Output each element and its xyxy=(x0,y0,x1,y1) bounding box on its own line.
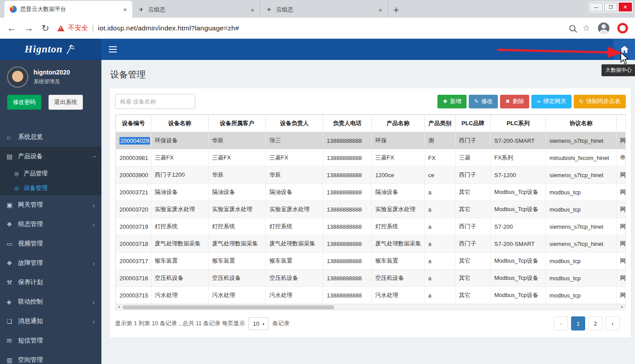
envelope-icon: ✉ xyxy=(7,337,18,344)
sidebar-item-linkage-control[interactable]: ◈联动控制‹ xyxy=(0,292,101,312)
table-cell: siemens_s7tcp_hinet xyxy=(546,218,616,235)
column-header[interactable]: 设备名称 xyxy=(151,115,209,132)
page-size-value: 10 xyxy=(253,320,259,327)
column-header[interactable]: 设备所属客户 xyxy=(209,115,266,132)
table-cell: 网口 xyxy=(616,167,626,184)
profile-icon[interactable] xyxy=(598,22,609,34)
sidebar-item-space-management[interactable]: ▥空间管理 xyxy=(0,350,101,364)
sidebar-item-message-notification[interactable]: ❏消息通知‹ xyxy=(0,312,101,331)
add-button[interactable]: ✚新增 xyxy=(437,95,467,108)
sidebar-item-maintenance-plan[interactable]: ⚒保养计划 xyxy=(0,273,101,292)
column-header[interactable]: 负责人电话 xyxy=(323,115,372,132)
table-cell: 西门子 xyxy=(456,132,491,149)
sidebar-item-fault-management[interactable]: ❖故障管理‹ xyxy=(0,253,101,273)
sidebar-item-product-management[interactable]: ◎产品管理 xyxy=(0,166,101,181)
tab-title: 云组态 xyxy=(148,6,247,14)
security-warning-label[interactable]: 不安全 xyxy=(68,24,88,32)
app-header: Hignton xyxy=(0,39,635,60)
table-cell: a xyxy=(425,218,456,235)
table-row[interactable]: 200003721隔油设备隔油设备隔油设备13888888888隔油设备a其它M… xyxy=(116,184,626,201)
table-cell: 200003718 xyxy=(116,235,151,253)
delete-button[interactable]: ✖删除 xyxy=(500,95,529,108)
forward-icon[interactable]: → xyxy=(24,23,34,33)
restore-button[interactable]: ❐ xyxy=(604,3,617,11)
change-password-button[interactable]: 修改密码 xyxy=(7,95,41,110)
minimize-button[interactable]: — xyxy=(590,3,603,11)
pager-next[interactable]: › xyxy=(605,316,620,331)
tab-close-icon[interactable]: × xyxy=(378,6,382,14)
logout-button[interactable]: 退出系统 xyxy=(49,95,83,110)
tab-close-icon[interactable]: × xyxy=(123,6,127,13)
zoom-icon[interactable] xyxy=(569,25,575,31)
pager-prev[interactable]: ‹ xyxy=(554,316,568,331)
page-size-select[interactable]: 10 ▴ xyxy=(248,317,269,330)
sidebar-item-video-management[interactable]: ▭视频管理 xyxy=(0,234,101,253)
table-cell: 13888888888 xyxy=(323,149,372,167)
column-header[interactable]: 设备负责人 xyxy=(266,115,323,132)
pager-page-1[interactable]: 1 xyxy=(571,316,585,331)
table-row[interactable]: 200003720实验室废水处理实验室废水处理实验室废水处理1388888888… xyxy=(116,201,626,218)
bind-gateway-button[interactable]: ∞绑定网关 xyxy=(531,95,572,108)
table-header-row: 设备编号设备名称设备所属客户设备负责人负责人电话产品名称产品类别PLC品牌PLC… xyxy=(116,115,626,132)
table-cell: 隔油设备 xyxy=(209,184,266,201)
pagination-summary-suffix: 条记录 xyxy=(272,319,289,327)
user-role: 系统管理员 xyxy=(34,78,70,85)
browser-tab-3[interactable]: ✈云组态× xyxy=(260,2,388,18)
table-row[interactable]: 200004029环保设备华辰张三13888888888环保测西门子S7-200… xyxy=(116,132,626,149)
edit-button[interactable]: ✎修改 xyxy=(469,95,498,108)
table-row[interactable]: 200003715污水处理污水处理污水处理13888888888污水处理a其它M… xyxy=(116,287,626,304)
table-row[interactable]: 200003718废气处理数据采集废气处理数据采集废气处理数据采集1388888… xyxy=(116,235,626,253)
table-row[interactable]: 200003719灯控系统灯控系统灯控系统13888888888灯控系统a西门子… xyxy=(116,218,626,235)
table-row[interactable]: 200003717猴车装置猴车装置猴车装置13888888888猴车装置a其它M… xyxy=(116,253,626,270)
column-header[interactable]: 产品类别 xyxy=(425,115,456,132)
column-header[interactable]: 产品名称 xyxy=(372,115,425,132)
column-header[interactable]: PLC品牌 xyxy=(456,115,491,132)
table-cell: 污水处理 xyxy=(151,287,209,304)
back-icon[interactable]: ← xyxy=(7,23,16,33)
scroll-right-icon[interactable]: ► xyxy=(620,305,624,309)
tab-close-icon[interactable]: × xyxy=(250,6,254,14)
home-button[interactable] xyxy=(614,39,635,60)
table-row[interactable]: 200003981三菱FX三菱FX三菱FX13888888888三菱FXFX三菱… xyxy=(116,149,626,167)
table-cell: 废气处理数据采集 xyxy=(209,235,266,253)
url-text[interactable]: iot.idosp.net/admin/index.html?language=… xyxy=(98,24,239,32)
browser-tab-2[interactable]: ✈云组态× xyxy=(132,2,260,18)
sidebar-toggle-icon[interactable] xyxy=(101,39,124,60)
sidebar-item-sms-management[interactable]: ✉短信管理 xyxy=(0,331,101,350)
table-row[interactable]: 200003900西门子1200华辰华辰138888888881200cece西… xyxy=(116,167,626,184)
scrollbar-thumb[interactable] xyxy=(123,305,334,309)
bookmark-star-icon[interactable]: ☆ xyxy=(583,23,590,33)
column-header[interactable]: 协议名称 xyxy=(546,115,616,132)
sidebar-item-label: 组态管理 xyxy=(18,220,43,228)
book-icon: ❏ xyxy=(7,318,18,325)
scroll-left-icon[interactable]: ◄ xyxy=(117,305,120,309)
reload-icon[interactable]: ↻ xyxy=(41,23,49,33)
new-tab-button[interactable]: + xyxy=(393,5,399,15)
table-cell: 200004029 xyxy=(116,132,151,149)
table-cell: 网口 xyxy=(616,132,626,149)
browser-tab-1[interactable]: 思普云大数据平台× xyxy=(4,1,132,18)
url-field[interactable]: 不安全 | iot.idosp.net/admin/index.html?lan… xyxy=(57,21,590,36)
table-row[interactable]: 200003716空压机设备空压机设备空压机设备13888888888空压机设备… xyxy=(116,270,626,287)
table-cell: FX系列 xyxy=(491,149,546,167)
search-input[interactable] xyxy=(115,94,195,109)
table-hscrollbar[interactable]: ◄ ► xyxy=(115,304,626,310)
close-button[interactable]: ✕ xyxy=(619,3,632,11)
column-header[interactable]: 设备编号 xyxy=(116,115,151,132)
table-cell: 13888888888 xyxy=(323,167,372,184)
force-sync-button[interactable]: ↻强制同步点表 xyxy=(574,95,626,108)
table-cell: 空压机设备 xyxy=(266,270,323,287)
column-header[interactable]: 通讯方式 xyxy=(616,115,626,132)
sidebar-item-product-device[interactable]: ▤产品设备‹ xyxy=(0,147,101,166)
table-cell: mitsubishi_fxcom_hinet xyxy=(546,149,616,167)
sidebar-item-configuration-management[interactable]: ❖组态管理‹ xyxy=(0,215,101,234)
column-header[interactable]: PLC系列 xyxy=(491,115,546,132)
sidebar-item-system-overview[interactable]: ⌂系统总览 xyxy=(0,127,101,147)
device-table: 设备编号设备名称设备所属客户设备负责人负责人电话产品名称产品类别PLC品牌PLC… xyxy=(115,114,626,304)
pager-page-2[interactable]: 2 xyxy=(588,316,602,331)
table-cell: 200003721 xyxy=(116,184,151,201)
sidebar-item-device-management[interactable]: ◎设备管理 xyxy=(0,181,101,195)
sidebar-item-gateway-management[interactable]: ▣网关管理‹ xyxy=(0,195,101,215)
browser-logo-icon[interactable] xyxy=(617,23,628,33)
table-cell: S7-1200 xyxy=(491,167,546,184)
